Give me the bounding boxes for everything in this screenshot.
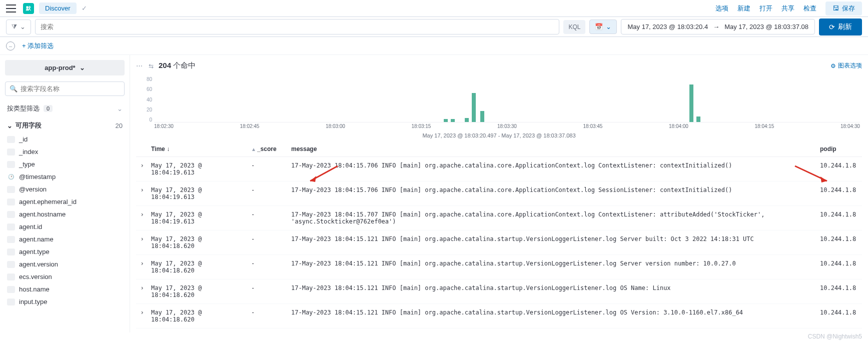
col-score-header[interactable]: ▲_score xyxy=(248,142,288,157)
field-type-icon xyxy=(7,211,15,218)
col-message-header[interactable]: message xyxy=(288,142,817,157)
hits-count: 204 xyxy=(159,61,171,70)
table-row: ›May 17, 2023 @ 18:04:18.620-17-May-2023… xyxy=(136,304,862,328)
index-pattern-selector[interactable]: app-prod* ⌄ xyxy=(5,60,125,76)
type-filter-count: 0 xyxy=(44,105,53,112)
y-tick: 60 xyxy=(136,86,152,92)
cell-time: May 17, 2023 @ 18:04:19.613 xyxy=(148,182,248,206)
field-label: agent.ephemeral_id xyxy=(19,198,77,206)
fields-sidebar: app-prod* ⌄ 🔍 按类型筛选 0 ⌄ ⌄ 可用字段 20 _id_in… xyxy=(0,55,130,332)
field-item[interactable]: input.type xyxy=(5,296,125,308)
search-bar: ⧩ ⌄ KQL 📅 ⌄ May 17, 2023 @ 18:03:20.4 → … xyxy=(0,17,868,37)
field-search-wrap: 🔍 xyxy=(5,82,125,96)
field-type-icon xyxy=(7,286,15,293)
chart-bar[interactable] xyxy=(465,118,469,122)
expand-row-button[interactable]: › xyxy=(136,304,148,328)
chart-bar[interactable] xyxy=(444,119,448,122)
hits-label: 204 个命中 xyxy=(159,61,196,70)
field-item[interactable]: @version xyxy=(5,183,125,196)
x-tick: 18:03:45 xyxy=(583,124,603,132)
nav-share[interactable]: 共享 xyxy=(781,4,794,13)
col-time-header[interactable]: Time ↓ xyxy=(148,142,248,157)
field-item[interactable]: agent.id xyxy=(5,220,125,233)
nav-options[interactable]: 选项 xyxy=(715,4,728,13)
chevron-down-icon: ⌄ xyxy=(117,105,123,112)
available-fields-label: 可用字段 xyxy=(16,121,42,130)
chart-caption: May 17, 2023 @ 18:03:20.497 - May 17, 20… xyxy=(136,132,862,138)
gear-icon: ⚙ xyxy=(830,62,836,70)
expand-row-button[interactable]: › xyxy=(136,157,148,182)
field-item[interactable]: ecs.version xyxy=(5,270,125,283)
expand-row-button[interactable]: › xyxy=(136,255,148,280)
histogram-chart[interactable]: 806040200 18:02:3018:02:4518:03:0018:03:… xyxy=(136,76,862,132)
field-label: host.name xyxy=(19,286,50,293)
kql-toggle[interactable]: KQL xyxy=(563,20,585,34)
cell-score: - xyxy=(248,280,288,304)
filter-bar: – + 添加筛选 xyxy=(0,37,868,55)
field-item[interactable]: _type xyxy=(5,158,125,170)
field-item[interactable]: agent.ephemeral_id xyxy=(5,196,125,208)
table-row: ›May 17, 2023 @ 18:04:18.620-17-May-2023… xyxy=(136,230,862,255)
col-score-label: _score xyxy=(257,146,277,152)
top-right-links: 选项 新建 打开 共享 检查 🖫 保存 xyxy=(715,2,862,16)
field-label: _index xyxy=(19,148,38,156)
cell-score: - xyxy=(248,157,288,182)
field-item[interactable]: _id xyxy=(5,133,125,146)
x-tick: 18:04:30 xyxy=(840,124,860,132)
x-tick: 18:03:00 xyxy=(326,124,345,132)
table-row: ›May 17, 2023 @ 18:04:19.613-17-May-2023… xyxy=(136,157,862,182)
field-label: ecs.version xyxy=(19,273,52,280)
search-input[interactable] xyxy=(35,19,559,34)
field-label: agent.name xyxy=(19,236,54,243)
sidebar-collapse-icon[interactable]: ⋯ xyxy=(136,62,144,70)
filter-menu-icon[interactable]: – xyxy=(6,42,15,50)
expand-row-button[interactable]: › xyxy=(136,280,148,304)
refresh-button[interactable]: ⟳ 刷新 xyxy=(819,18,862,36)
nav-new[interactable]: 新建 xyxy=(737,4,750,13)
field-label: agent.type xyxy=(19,248,50,256)
field-item[interactable]: agent.name xyxy=(5,233,125,246)
field-item[interactable]: agent.hostname xyxy=(5,208,125,220)
field-item[interactable]: agent.type xyxy=(5,246,125,258)
expand-row-button[interactable]: › xyxy=(136,230,148,255)
field-type-icon xyxy=(7,224,15,230)
chart-bar[interactable] xyxy=(472,93,476,122)
list-toggle-icon[interactable]: ⇆ xyxy=(149,62,154,70)
app-name-badge[interactable]: Discover xyxy=(39,2,77,14)
search-options-button[interactable]: ⧩ ⌄ xyxy=(6,20,31,34)
chart-bar[interactable] xyxy=(451,119,455,122)
type-filter-row[interactable]: 按类型筛选 0 ⌄ xyxy=(5,101,125,116)
x-tick: 18:03:15 xyxy=(412,124,431,132)
time-range-picker[interactable]: May 17, 2023 @ 18:03:20.4 → May 17, 2023… xyxy=(621,19,815,34)
col-podip-header[interactable]: podip xyxy=(817,142,862,157)
chart-bar[interactable] xyxy=(689,84,693,122)
app-logo[interactable]: 默 xyxy=(23,3,34,14)
calendar-button[interactable]: 📅 ⌄ xyxy=(589,20,617,34)
expand-row-button[interactable]: › xyxy=(136,182,148,206)
field-type-icon xyxy=(7,298,15,306)
chart-plot xyxy=(154,76,860,122)
menu-icon[interactable] xyxy=(6,4,16,12)
chart-bar[interactable] xyxy=(696,116,700,122)
cell-message: 17-May-2023 18:04:15.121 INFO [main] org… xyxy=(288,255,817,280)
field-type-icon xyxy=(7,198,15,206)
sort-down-icon: ↓ xyxy=(167,146,170,152)
expand-row-button[interactable]: › xyxy=(136,206,148,230)
field-item[interactable]: _index xyxy=(5,146,125,158)
chart-options-button[interactable]: ⚙ 图表选项 xyxy=(830,62,862,70)
available-fields-header[interactable]: ⌄ 可用字段 20 xyxy=(5,116,125,133)
save-button[interactable]: 🖫 保存 xyxy=(825,2,862,16)
field-item[interactable]: agent.version xyxy=(5,258,125,270)
field-item[interactable]: 🕑@timestamp xyxy=(5,170,125,183)
table-row: ›May 17, 2023 @ 18:04:18.620-17-May-2023… xyxy=(136,280,862,304)
add-filter-button[interactable]: + 添加筛选 xyxy=(22,42,54,50)
field-search-input[interactable] xyxy=(21,85,120,92)
cell-podip: 10.244.1.8 xyxy=(817,255,862,280)
field-item[interactable]: host.name xyxy=(5,283,125,296)
nav-open[interactable]: 打开 xyxy=(759,4,772,13)
cell-message: 17-May-2023 18:04:15.121 INFO [main] org… xyxy=(288,304,817,328)
field-type-icon xyxy=(7,261,15,268)
chart-bar[interactable] xyxy=(480,111,484,122)
nav-inspect[interactable]: 检查 xyxy=(803,4,816,13)
cell-message: 17-May-2023 18:04:15.706 INFO [main] org… xyxy=(288,157,817,182)
